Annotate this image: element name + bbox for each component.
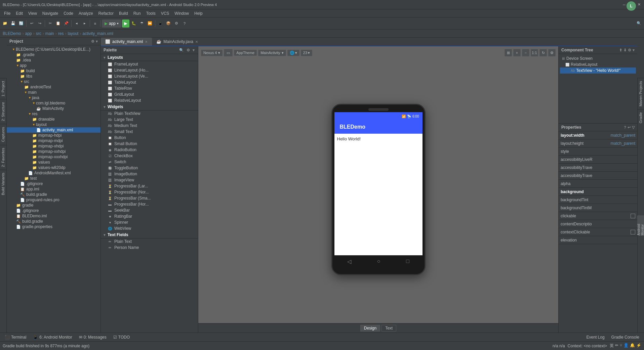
tree-item-activitymainxml[interactable]: 📄activity_main.xml (7, 127, 100, 133)
zoom-in-icon[interactable]: + (513, 49, 521, 56)
prop-accessibility-trave1[interactable]: accessibilityTrave (559, 164, 637, 172)
prop-background-tint[interactable]: backgroundTint (559, 196, 637, 204)
back-button[interactable]: ◁ (347, 258, 351, 265)
canvas-settings-icon[interactable]: ⚙ (548, 49, 556, 56)
tree-item-comlglbledemo[interactable]: ▼ com.lgl.bledemo (7, 100, 100, 106)
prop-style[interactable]: style (559, 147, 637, 156)
recents-button[interactable]: □ (406, 258, 409, 264)
tree-item-androidtest[interactable]: 📁androidTest (7, 84, 100, 90)
rail-project[interactable]: 1: Project (0, 78, 6, 99)
tree-item-proguard-rulespro[interactable]: 📄proguard-rules.pro (7, 197, 100, 203)
tab-mainactivity[interactable]: ☕ MainActivity.java ✕ (152, 38, 202, 46)
palette-item-person-name[interactable]: ✏ Person Name (101, 245, 198, 251)
palette-settings-icon[interactable]: ⚙ (186, 48, 191, 52)
search-everywhere[interactable]: 🔍 (635, 19, 643, 28)
tree-item-main[interactable]: ▼ main (7, 90, 100, 95)
run-button[interactable]: ▶ (122, 19, 129, 28)
tree-item-mipmap-mdpi[interactable]: 📁mipmap-mdpi (7, 138, 100, 143)
palette-item-linearlayout-h[interactable]: ⬜ LinearLayout (Ho... (101, 67, 198, 73)
bc-src[interactable]: src (36, 31, 41, 36)
palette-item-small-text[interactable]: Ab Small Text (101, 129, 198, 135)
tb-structure[interactable]: ≡ (91, 19, 99, 28)
tab-event-log[interactable]: Event Log (583, 334, 608, 340)
palette-item-progressbar-normal[interactable]: ⏳ ProgressBar (Nor... (101, 189, 198, 195)
tree-item-androidmanifestxml[interactable]: 📄AndroidManifest.xml (7, 170, 100, 176)
bc-blemdemo[interactable]: BLEDemo (3, 31, 21, 36)
tb-find-next[interactable]: ▸ (81, 19, 88, 28)
rail-build-variants[interactable]: Build Variants (0, 170, 6, 198)
menu-navigate[interactable]: Navigate (40, 10, 61, 16)
rail-gradle[interactable]: Gradle (638, 109, 644, 126)
tree-item-mainactivity[interactable]: ☕MainActivity (7, 106, 100, 111)
tree-item-idea[interactable]: 📁.idea (7, 57, 100, 63)
tree-item-drawable[interactable]: 📁drawable (7, 117, 100, 122)
palette-item-relativelayout[interactable]: ⬜ RelativeLayout (101, 97, 198, 103)
refresh-icon[interactable]: ↻ (539, 49, 547, 56)
project-gear-icon[interactable]: ▾ (96, 39, 98, 44)
tree-item-layout[interactable]: ▼ layout (7, 122, 100, 127)
tree-item-java[interactable]: ▼ java (7, 95, 100, 100)
theme-selector[interactable]: AppTheme (234, 50, 257, 56)
minimize-button[interactable]: ─ (622, 2, 627, 7)
tb-undo[interactable]: ↩ (28, 19, 35, 28)
tb-sync[interactable]: 🔄 (17, 19, 25, 28)
palette-item-plain-text[interactable]: ✏ Plain Text (101, 238, 198, 245)
menu-edit[interactable]: Edit (13, 10, 26, 16)
palette-item-imagebutton[interactable]: 🖼 ImageButton (101, 171, 198, 177)
prop-context-clickable[interactable]: contextClickable (559, 228, 637, 236)
palette-item-switch[interactable]: ⇌ Switch (101, 159, 198, 165)
tree-item-res[interactable]: ▼ res (7, 111, 100, 117)
tree-item-bledemo-cuserslgldesktopble[interactable]: ▼ BLEDemo (C:\Users\LGL\Desktop\BLE...) (7, 47, 100, 52)
close-button[interactable]: ✕ (637, 2, 641, 7)
prop-elevation[interactable]: elevation (559, 236, 637, 244)
tree-item-buildgradle[interactable]: 🔨build.gradle (7, 219, 100, 224)
menu-vcs[interactable]: VCS (158, 10, 172, 16)
prop-clickable-checkbox[interactable] (631, 214, 635, 218)
tree-item-test[interactable]: 📁test (7, 176, 100, 181)
sdk-manager[interactable]: 📦 (165, 19, 172, 28)
palette-item-progressbar-small[interactable]: ⏳ ProgressBar (Sma... (101, 195, 198, 201)
android-monitor-side[interactable]: Android Monitor (637, 215, 644, 235)
palette-section-widgets[interactable]: ▼ Widgets (101, 103, 198, 111)
tree-item-mipmap-xhdpi[interactable]: 📁mipmap-xhdpi (7, 143, 100, 149)
props-undo-icon[interactable]: ↩ (628, 125, 631, 130)
palette-item-small-button[interactable]: 🔲 Small Button (101, 141, 198, 147)
palette-item-checkbox[interactable]: ☑ CheckBox (101, 153, 198, 159)
tab-android-monitor[interactable]: 📱 6: Android Monitor (30, 334, 75, 340)
tab-gradle-console[interactable]: Gradle Console (608, 334, 643, 340)
tb-paste[interactable]: 📌 (63, 19, 70, 28)
bc-app[interactable]: app (25, 31, 32, 36)
palette-item-radiobutton[interactable]: ◉ RadioButton (101, 147, 198, 153)
palette-item-progressbar-horiz[interactable]: ▬ ProgressBar (Hor... (101, 201, 198, 207)
rail-captures[interactable]: Captures (0, 124, 6, 145)
bc-res[interactable]: res (58, 31, 64, 36)
ct-settings-icon[interactable]: ⚙ (628, 48, 631, 52)
rail-favorites[interactable]: 2: Favorites (0, 145, 6, 170)
project-settings-icon[interactable]: ⚙ (91, 39, 94, 44)
ct-relative-layout[interactable]: ⬜ RelativeLayout (560, 61, 636, 68)
tree-item-app[interactable]: ▼ app (7, 63, 100, 68)
tb-save[interactable]: 💾 (9, 19, 17, 28)
ct-collapse-icon[interactable]: ⬇ (623, 48, 627, 52)
settings[interactable]: ⚙ (173, 19, 180, 28)
tree-item-libs[interactable]: 📁libs (7, 74, 100, 79)
palette-item-webview[interactable]: 🌐 WebView (101, 225, 198, 231)
prop-context-clickable-checkbox[interactable] (631, 230, 635, 234)
palette-item-imageview[interactable]: 🖼 ImageView (101, 177, 198, 183)
palette-item-medium-text[interactable]: Ab Medium Text (101, 123, 198, 129)
tree-item-gradle[interactable]: 📁.gradle (7, 52, 100, 57)
home-button[interactable]: ○ (377, 258, 380, 264)
zoom-out-icon[interactable]: − (522, 49, 529, 56)
tab-todo[interactable]: ☑ TODO (110, 334, 133, 340)
prop-layout-height[interactable]: layout:height match_parent (559, 139, 637, 147)
prop-background[interactable]: background (559, 188, 637, 196)
debug-button[interactable]: 🐛 (130, 19, 137, 28)
tree-item-gitignore[interactable]: 📄.gitignore (7, 181, 100, 186)
bc-layout[interactable]: layout (68, 31, 78, 36)
palette-item-button[interactable]: 🔲 Button (101, 135, 198, 141)
tree-item-gitignore[interactable]: 📄.gitignore (7, 208, 100, 213)
tree-item-mipmap-xxhdpi[interactable]: 📁mipmap-xxhdpi (7, 149, 100, 154)
palette-section-textfields[interactable]: ▼ Text Fields (101, 231, 198, 238)
zoom-fit-icon[interactable]: ⊞ (505, 49, 512, 56)
ct-textview[interactable]: Ab TextView - "Hello World!" (560, 68, 636, 74)
